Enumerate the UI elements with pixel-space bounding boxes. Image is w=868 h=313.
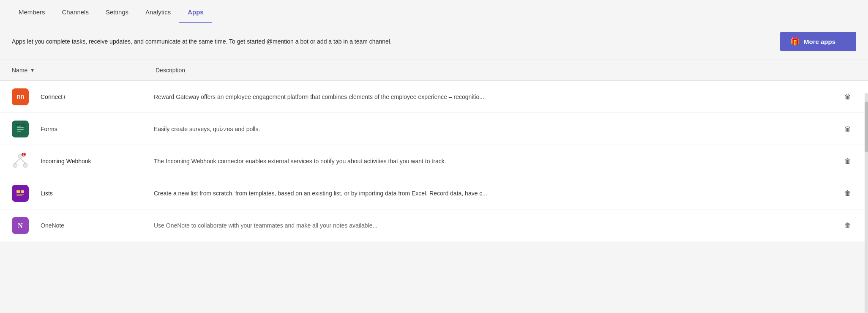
app-icon-onenote: N (12, 217, 29, 234)
svg-point-8 (13, 163, 17, 167)
description-bar: Apps let you complete tasks, receive upd… (0, 23, 868, 60)
app-icon-col: nn (12, 88, 35, 105)
sort-icon: ▼ (30, 68, 35, 73)
delete-button[interactable]: 🗑 (842, 123, 854, 135)
app-description: Create a new list from scratch, from tem… (154, 190, 839, 197)
delete-button[interactable]: 🗑 (842, 219, 854, 232)
forms-svg: F (14, 123, 26, 135)
svg-text:N: N (18, 222, 23, 229)
svg-text:1: 1 (23, 153, 25, 156)
delete-col: 🗑 (839, 219, 856, 232)
svg-rect-12 (14, 187, 26, 199)
tab-apps[interactable]: Apps (179, 0, 212, 23)
app-icon-webhook: 1 (12, 153, 29, 170)
svg-text:F: F (19, 124, 21, 126)
onenote-svg: N (14, 220, 26, 231)
app-icon-lists (12, 185, 29, 202)
table-header: Name ▼ Description (0, 60, 868, 81)
more-apps-label: More apps (804, 38, 835, 45)
app-description: Easily create surveys, quizzes and polls… (154, 126, 839, 132)
lists-svg (14, 187, 26, 199)
table-row: nn Connect+ Reward Gateway offers an emp… (0, 81, 868, 113)
svg-rect-14 (21, 190, 24, 193)
tab-members[interactable]: Members (10, 0, 54, 23)
description-text: Apps let you complete tasks, receive upd… (12, 38, 780, 45)
trash-icon: 🗑 (844, 157, 851, 165)
tab-analytics[interactable]: Analytics (137, 0, 179, 23)
trash-icon: 🗑 (844, 222, 851, 229)
gift-icon: 🎁 (790, 37, 800, 46)
svg-rect-16 (16, 195, 22, 196)
svg-rect-4 (17, 131, 21, 132)
scrollbar-thumb[interactable] (865, 102, 868, 152)
app-description: The Incoming Webhook connector enables e… (154, 158, 839, 165)
svg-rect-13 (16, 190, 20, 193)
app-icon-col: 1 (12, 153, 35, 170)
trash-icon: 🗑 (844, 93, 851, 101)
app-description: Use OneNote to collaborate with your tea… (154, 222, 839, 229)
table-row: F Forms Easily create surveys, quizzes a… (0, 113, 868, 145)
svg-point-9 (23, 163, 27, 167)
delete-col: 🗑 (839, 91, 856, 103)
column-name-header[interactable]: Name ▼ (12, 67, 156, 74)
tab-channels[interactable]: Channels (54, 0, 97, 23)
app-icon-connect: nn (12, 88, 29, 105)
app-name: OneNote (35, 222, 154, 229)
delete-button[interactable]: 🗑 (842, 155, 854, 167)
delete-col: 🗑 (839, 155, 856, 167)
app-icon-col: N (12, 217, 35, 234)
svg-rect-2 (17, 127, 24, 128)
scrollbar-track[interactable] (865, 93, 868, 313)
connect-icon-text: nn (16, 93, 24, 101)
svg-rect-3 (17, 129, 24, 130)
trash-icon: 🗑 (844, 189, 851, 197)
app-name: Incoming Webhook (35, 158, 154, 165)
app-name: Lists (35, 190, 154, 197)
app-icon-forms: F (12, 121, 29, 137)
more-apps-button[interactable]: 🎁 More apps (780, 32, 856, 51)
table-row: N OneNote Use OneNote to collaborate wit… (0, 209, 868, 242)
webhook-svg: 1 (12, 153, 29, 170)
delete-col: 🗑 (839, 123, 856, 135)
main-container: Members Channels Settings Analytics Apps… (0, 0, 868, 313)
app-description: Reward Gateway offers an employee engage… (154, 93, 839, 100)
svg-rect-15 (16, 194, 24, 195)
app-icon-col (12, 185, 35, 202)
app-icon-col: F (12, 121, 35, 137)
delete-button[interactable]: 🗑 (842, 187, 854, 200)
delete-col: 🗑 (839, 187, 856, 200)
table-row: Lists Create a new list from scratch, fr… (0, 177, 868, 209)
trash-icon: 🗑 (844, 125, 851, 133)
tab-settings[interactable]: Settings (97, 0, 137, 23)
name-column-label: Name (12, 67, 27, 74)
tab-navigation: Members Channels Settings Analytics Apps (0, 0, 868, 23)
app-name: Connect+ (35, 93, 154, 100)
app-name: Forms (35, 126, 154, 132)
apps-table: nn Connect+ Reward Gateway offers an emp… (0, 81, 868, 242)
delete-button[interactable]: 🗑 (842, 91, 854, 103)
table-row: 1 Incoming Webhook The Incoming Webhook … (0, 145, 868, 177)
column-description-header: Description (156, 67, 868, 74)
